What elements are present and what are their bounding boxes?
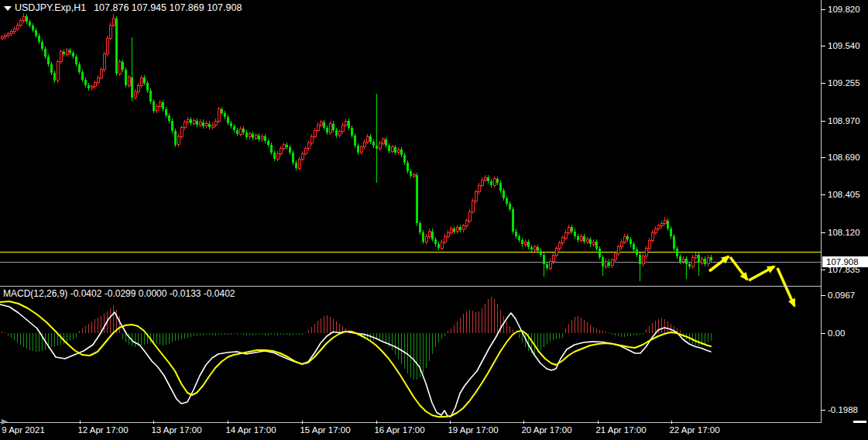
forecast-arrow	[749, 266, 774, 280]
scroll-to-end-icon[interactable]	[2, 419, 8, 425]
chart-collapse-icon[interactable]	[4, 6, 12, 11]
time-tick-label: 19 Apr 17:00	[448, 425, 498, 435]
chart-title: USDJPY.Exp,H1107.876 107.945 107.869 107…	[15, 2, 242, 13]
price-tick-label: 108.690	[828, 153, 860, 163]
price-tick-label: 108.120	[828, 228, 860, 238]
price-tick-label: 109.255	[828, 78, 860, 88]
price-tick-label: 109.820	[828, 5, 860, 15]
price-tick-label: 109.540	[828, 41, 860, 51]
forecast-arrow	[777, 268, 794, 306]
time-tick-label: 14 Apr 17:00	[225, 425, 276, 435]
symbol-period-label: USDJPY.Exp,H1	[15, 2, 86, 13]
trend-arrows[interactable]	[709, 256, 794, 306]
chart-canvas[interactable]	[0, 0, 868, 440]
macd-main-line	[0, 304, 711, 417]
time-tick-label: 21 Apr 17:00	[595, 425, 646, 435]
macd-signal-line	[0, 301, 711, 417]
macd-indicator-label: MACD(12,26,9) -0.0402 -0.0299 0.0000 -0.…	[3, 288, 235, 299]
time-tick-label: 13 Apr 17:00	[151, 425, 201, 435]
time-tick-label: 9 Apr 2021	[2, 425, 45, 435]
time-tick-label: 16 Apr 17:00	[374, 425, 424, 435]
mt4-chart-window: USDJPY.Exp,H1107.876 107.945 107.869 107…	[0, 0, 868, 440]
price-tick-label: -0.1988	[828, 405, 858, 415]
forecast-arrow	[730, 257, 747, 280]
candles-layer	[1, 13, 712, 281]
price-tick-label: 108.405	[828, 190, 860, 200]
time-tick-label: 20 Apr 17:00	[521, 425, 571, 435]
price-tick-label: 0.00	[828, 328, 845, 339]
price-tick-label: 0.0967	[828, 290, 855, 301]
time-tick-label: 22 Apr 17:00	[669, 425, 719, 435]
ohlc-values: 107.876 107.945 107.869 107.908	[94, 2, 242, 13]
time-tick-label: 15 Apr 17:00	[300, 425, 350, 435]
time-tick-label: 12 Apr 17:00	[77, 425, 128, 435]
scrollbar-corner	[853, 421, 866, 423]
bid-price-box: 107.908	[822, 256, 868, 267]
price-tick-label: 108.970	[828, 116, 860, 126]
